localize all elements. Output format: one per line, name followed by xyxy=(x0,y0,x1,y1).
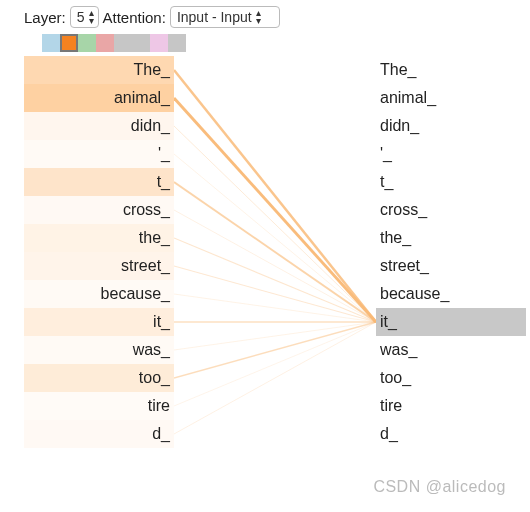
attention-line xyxy=(174,182,376,322)
target-token[interactable]: because_ xyxy=(376,280,526,308)
attention-line xyxy=(174,294,376,322)
target-token[interactable]: '_ xyxy=(376,140,526,168)
attention-line xyxy=(174,322,376,434)
target-token[interactable]: animal_ xyxy=(376,84,526,112)
source-token[interactable]: tire xyxy=(24,392,174,420)
attention-line xyxy=(174,126,376,322)
head-swatch-5[interactable] xyxy=(132,34,150,52)
head-swatch-2[interactable] xyxy=(78,34,96,52)
attention-line xyxy=(174,70,376,322)
updown-icon: ▴▾ xyxy=(89,9,94,25)
source-token[interactable]: animal_ xyxy=(24,84,174,112)
source-token[interactable]: didn_ xyxy=(24,112,174,140)
target-token[interactable]: cross_ xyxy=(376,196,526,224)
head-swatch-1[interactable] xyxy=(60,34,78,52)
controls-bar: Layer: 5 ▴▾ Attention: Input - Input ▴▾ xyxy=(24,6,280,28)
target-token[interactable]: it_ xyxy=(376,308,526,336)
source-token[interactable]: because_ xyxy=(24,280,174,308)
attention-line xyxy=(174,266,376,322)
head-swatch-3[interactable] xyxy=(96,34,114,52)
attention-line xyxy=(174,322,376,406)
attention-line xyxy=(174,154,376,322)
source-token[interactable]: '_ xyxy=(24,140,174,168)
layer-select[interactable]: 5 ▴▾ xyxy=(70,6,99,28)
attention-line xyxy=(174,238,376,322)
attention-select-value: Input - Input xyxy=(177,9,252,25)
attention-select[interactable]: Input - Input ▴▾ xyxy=(170,6,280,28)
source-token[interactable]: d_ xyxy=(24,420,174,448)
target-token[interactable]: The_ xyxy=(376,56,526,84)
layer-label: Layer: xyxy=(24,9,66,26)
target-token[interactable]: street_ xyxy=(376,252,526,280)
attention-label: Attention: xyxy=(103,9,166,26)
target-token-column: The_animal_didn_'_t_cross_the_street_bec… xyxy=(376,56,526,448)
updown-icon: ▴▾ xyxy=(256,9,261,25)
attention-line xyxy=(174,322,376,350)
target-token[interactable]: too_ xyxy=(376,364,526,392)
head-swatch-6[interactable] xyxy=(150,34,168,52)
head-swatch-4[interactable] xyxy=(114,34,132,52)
source-token-column: The_animal_didn_'_t_cross_the_street_bec… xyxy=(24,56,174,448)
source-token[interactable]: too_ xyxy=(24,364,174,392)
attention-line xyxy=(174,322,376,378)
source-token[interactable]: was_ xyxy=(24,336,174,364)
attention-line xyxy=(174,210,376,322)
watermark-text: CSDN @alicedog xyxy=(373,478,506,496)
source-token[interactable]: the_ xyxy=(24,224,174,252)
target-token[interactable]: tire xyxy=(376,392,526,420)
attention-lines xyxy=(174,56,376,504)
target-token[interactable]: t_ xyxy=(376,168,526,196)
target-token[interactable]: d_ xyxy=(376,420,526,448)
head-swatch-7[interactable] xyxy=(168,34,186,52)
source-token[interactable]: it_ xyxy=(24,308,174,336)
source-token[interactable]: The_ xyxy=(24,56,174,84)
source-token[interactable]: street_ xyxy=(24,252,174,280)
target-token[interactable]: didn_ xyxy=(376,112,526,140)
source-token[interactable]: t_ xyxy=(24,168,174,196)
target-token[interactable]: the_ xyxy=(376,224,526,252)
source-token[interactable]: cross_ xyxy=(24,196,174,224)
attention-line xyxy=(174,98,376,322)
head-swatch-0[interactable] xyxy=(42,34,60,52)
target-token[interactable]: was_ xyxy=(376,336,526,364)
layer-select-value: 5 xyxy=(77,9,85,25)
head-swatches xyxy=(42,34,186,52)
